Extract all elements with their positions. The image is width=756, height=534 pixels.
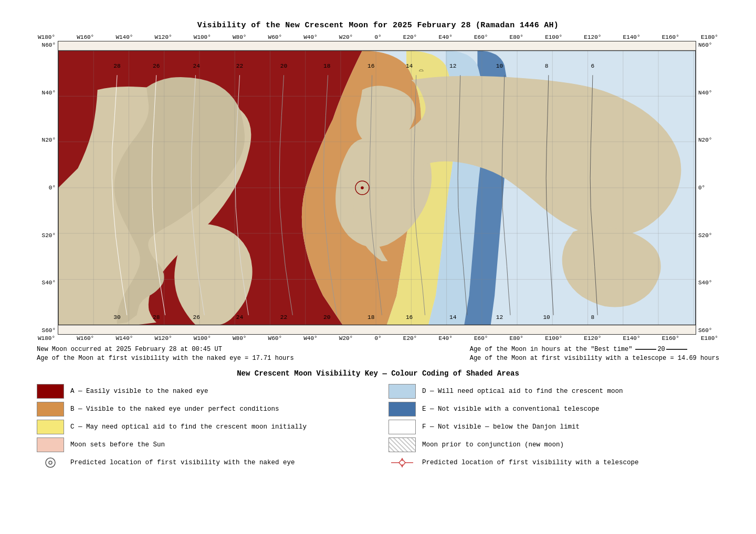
- key-grid: A — Easily visible to the naked eye D — …: [37, 384, 719, 470]
- svg-text:6: 6: [591, 63, 595, 69]
- lat-s20-left: S20°: [42, 232, 56, 239]
- page-container: Visibility of the New Crescent Moon for …: [0, 0, 756, 534]
- info-section: New Moon occurred at 2025 February 28 at…: [37, 346, 719, 362]
- key-item-a: A — Easily visible to the naked eye: [37, 384, 368, 399]
- key-item-moon-sets: Moon sets before the Sun: [37, 437, 368, 452]
- key-icon-telescope: [388, 455, 416, 470]
- svg-text:8: 8: [545, 63, 549, 69]
- svg-text:26: 26: [193, 314, 200, 321]
- svg-text:16: 16: [368, 63, 374, 69]
- lat-n40-left: N40°: [42, 90, 56, 96]
- svg-text:24: 24: [236, 314, 244, 321]
- lat-0-left: 0°: [49, 185, 56, 191]
- key-swatch-f: [388, 420, 416, 434]
- age-line-value: 20: [657, 346, 665, 353]
- svg-text:22: 22: [236, 63, 243, 69]
- lat-n60-right: N60°: [698, 42, 721, 48]
- svg-text:14: 14: [406, 63, 413, 69]
- key-label-a: A — Easily visible to the naked eye: [70, 388, 208, 395]
- key-item-conjunction: Moon prior to conjunction (new moon): [388, 437, 719, 452]
- lat-s60-left: S60°: [42, 327, 56, 334]
- axis-bottom: W180° W160° W140° W120° W100° W80° W60° …: [37, 335, 719, 341]
- svg-text:26: 26: [153, 63, 160, 69]
- info-naked-eye-age: Age of the Moon at first visibility with…: [37, 355, 294, 362]
- lat-0-right: 0°: [698, 185, 721, 191]
- lat-n20-left: N20°: [42, 137, 56, 143]
- key-label-d: D — Will need optical aid to find the cr…: [422, 388, 623, 395]
- svg-text:28: 28: [113, 63, 120, 69]
- svg-text:10: 10: [496, 63, 503, 69]
- map-wrapper: 28 26 24 22 20 18 16 14 ⌓ 12 10 8 6: [58, 41, 696, 335]
- key-title: New Crescent Moon Visibility Key — Colou…: [37, 369, 719, 378]
- key-item-f: F — Not visible — below the Danjon limit: [388, 420, 719, 434]
- key-swatch-c: [37, 420, 64, 434]
- key-label-naked-eye-loc: Predicted location of first visibility w…: [70, 459, 295, 466]
- key-swatch-a: [37, 384, 64, 399]
- age-line-text: Age of the Moon in hours at the "Best ti…: [470, 346, 633, 353]
- key-swatch-hatched: [388, 437, 416, 452]
- svg-point-55: [46, 458, 55, 467]
- age-line-legend: Age of the Moon in hours at the "Best ti…: [470, 346, 719, 353]
- axis-top: W180° W160° W140° W120° W100° W80° W60° …: [37, 34, 719, 40]
- key-item-naked-eye-loc: Predicted location of first visibility w…: [37, 455, 368, 470]
- key-swatch-b: [37, 402, 64, 416]
- key-label-f: F — Not visible — below the Danjon limit: [422, 423, 580, 431]
- lat-n40-right: N40°: [698, 90, 721, 96]
- svg-text:24: 24: [193, 63, 201, 69]
- key-label-b: B — Visible to the naked eye under perfe…: [70, 405, 279, 413]
- key-item-c: C — May need optical aid to find the cre…: [37, 420, 368, 434]
- key-label-telescope-loc: Predicted location of first visibility w…: [422, 459, 639, 466]
- svg-text:18: 18: [323, 63, 330, 69]
- svg-text:⌓: ⌓: [419, 67, 424, 73]
- info-telescope-age: Age of the Moon at first visibility with…: [470, 355, 719, 362]
- svg-text:18: 18: [368, 314, 374, 321]
- key-swatch-moonsets: [37, 437, 64, 452]
- info-right: Age of the Moon in hours at the "Best ti…: [470, 346, 719, 362]
- svg-point-53: [361, 186, 364, 189]
- lat-s40-left: S40°: [42, 280, 56, 286]
- key-item-d: D — Will need optical aid to find the cr…: [388, 384, 719, 399]
- key-item-e: E — Not visible with a conventional tele…: [388, 402, 719, 416]
- svg-text:28: 28: [153, 314, 160, 321]
- key-label-c: C — May need optical aid to find the cre…: [70, 423, 307, 431]
- svg-text:16: 16: [406, 314, 413, 321]
- lat-s20-right: S20°: [698, 232, 721, 239]
- svg-text:20: 20: [280, 63, 288, 69]
- svg-text:10: 10: [543, 314, 550, 321]
- key-swatch-d: [388, 384, 416, 399]
- main-title: Visibility of the New Crescent Moon for …: [197, 21, 559, 30]
- age-line-symbol: [635, 349, 656, 350]
- svg-text:12: 12: [496, 314, 503, 321]
- map-container: W180° W160° W140° W120° W100° W80° W60° …: [37, 34, 719, 341]
- lat-s60-right: S60°: [698, 327, 721, 334]
- info-left: New Moon occurred at 2025 February 28 at…: [37, 346, 294, 362]
- age-line-symbol2: [666, 349, 687, 350]
- svg-text:8: 8: [591, 314, 595, 321]
- key-swatch-e: [388, 402, 416, 416]
- svg-point-56: [49, 461, 52, 464]
- lat-n60-left: N60°: [42, 42, 56, 48]
- lat-s40-right: S40°: [698, 280, 721, 286]
- key-icon-naked-eye: [37, 455, 64, 470]
- svg-text:14: 14: [449, 314, 457, 321]
- svg-text:20: 20: [323, 314, 331, 321]
- key-item-b: B — Visible to the naked eye under perfe…: [37, 402, 368, 416]
- lat-n20-right: N20°: [698, 137, 721, 143]
- key-label-conjunction: Moon prior to conjunction (new moon): [422, 441, 564, 448]
- svg-text:30: 30: [113, 314, 121, 321]
- key-item-telescope-loc: Predicted location of first visibility w…: [388, 455, 719, 470]
- info-new-moon: New Moon occurred at 2025 February 28 at…: [37, 346, 294, 353]
- svg-text:12: 12: [449, 63, 456, 69]
- key-label-moonsets: Moon sets before the Sun: [70, 441, 165, 448]
- key-section: New Crescent Moon Visibility Key — Colou…: [37, 369, 719, 470]
- key-label-e: E — Not visible with a conventional tele…: [422, 405, 600, 413]
- svg-text:22: 22: [280, 314, 287, 321]
